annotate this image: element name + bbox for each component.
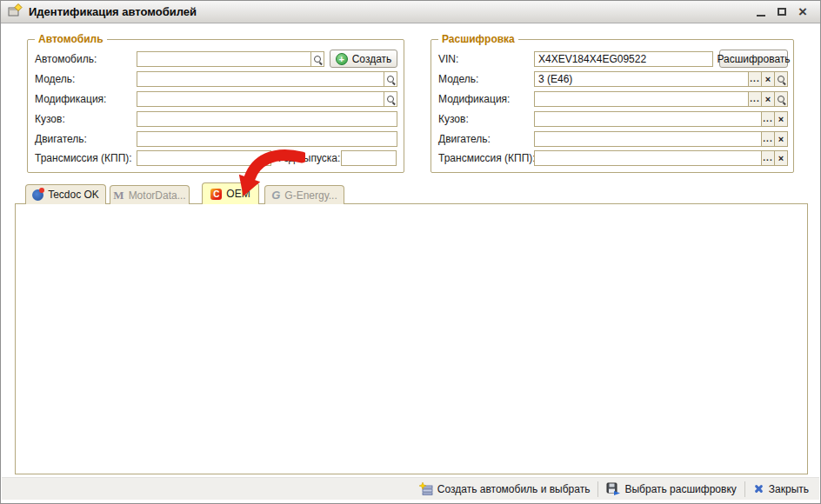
ellipsis-icon: ... [763,116,772,122]
close-dialog-button[interactable]: Закрыть [753,483,809,495]
decode-model-input[interactable] [534,71,749,87]
decode-transmission-clear-button[interactable]: × [774,150,788,166]
decode-modification-ellipsis-button[interactable]: ... [748,91,762,107]
footer-divider [597,481,598,497]
tab-tecdoc[interactable]: Tecdoc OK [25,184,106,204]
decode-model-field: ... × [534,71,788,87]
model-field [137,71,397,87]
search-icon [313,55,323,64]
decode-button-label: Расшифровать [717,53,790,65]
save-select-icon [606,482,620,495]
plus-icon: + [336,53,348,65]
select-decode-button[interactable]: Выбрать расшифровку [606,482,736,495]
modification-label: Модификация: [35,93,106,105]
tab-genergy[interactable]: G G-Energy... [264,185,344,204]
tecdoc-icon [32,189,43,201]
body-field [137,111,397,127]
clear-icon: × [765,95,771,103]
oem-tab-page [15,203,808,474]
close-x-icon [753,483,764,494]
decode-transmission-input[interactable] [534,150,762,166]
decode-modification-clear-button[interactable]: × [761,91,775,107]
decode-modification-label: Модификация: [438,93,510,105]
year-label: Год выпуска: [278,152,340,164]
vin-input[interactable] [534,51,713,67]
transmission-label: Трансмиссия (КПП): [35,152,132,164]
search-icon [386,95,396,104]
minimize-button[interactable] [751,3,771,21]
decode-model-clear-button[interactable]: × [761,71,775,87]
decode-engine-input[interactable] [534,131,762,147]
motordata-icon: M [113,189,123,202]
car-input[interactable] [137,51,311,67]
engine-input[interactable] [137,131,397,147]
transmission-field [137,150,271,166]
clear-icon: × [765,75,771,83]
footer-bar: Создать автомобиль и выбрать Выбрать рас… [2,477,819,500]
decode-body-input[interactable] [534,111,762,127]
tab-motordata[interactable]: M MotorData... [110,185,190,204]
clear-icon: × [778,154,784,162]
close-icon: × [798,5,807,19]
decode-body-clear-button[interactable]: × [774,111,788,127]
clear-icon: × [778,115,784,123]
tab-genergy-label: G-Energy... [284,189,337,202]
car-search-button[interactable] [310,51,324,67]
ellipsis-icon: ... [763,156,772,161]
vin-field [534,51,713,67]
close-button[interactable]: × [792,3,813,21]
tab-oem[interactable]: C OEM [202,182,259,204]
decode-engine-field: ... × [534,131,788,147]
decode-model-label: Модель: [438,73,478,85]
decode-modification-input[interactable] [534,91,749,107]
app-icon [8,3,23,21]
decode-body-ellipsis-button[interactable]: ... [761,111,775,127]
decode-groupbox: Расшифровка VIN: Расшифровать Модель: ..… [431,39,794,173]
decode-engine-clear-button[interactable]: × [774,131,788,147]
ellipsis-icon: ... [763,136,772,142]
engine-label: Двигатель: [35,133,87,145]
footer-divider [744,481,745,497]
decode-model-search-button[interactable] [774,71,788,87]
maximize-icon [778,8,786,16]
vehicle-identification-window: Идентификация автомобилей × Автомобиль А… [0,0,821,504]
window-title: Идентификация автомобилей [29,5,751,18]
tab-oem-label: OEM [226,188,250,200]
decode-modification-search-button[interactable] [774,91,788,107]
maximize-button[interactable] [771,3,792,21]
transmission-input[interactable] [137,150,271,166]
create-button-label: Создать [352,53,392,65]
model-search-button[interactable] [384,71,397,87]
model-input[interactable] [137,71,384,87]
decode-engine-ellipsis-button[interactable]: ... [761,131,775,147]
car-groupbox: Автомобиль Автомобиль: + Создать Модель:… [27,39,404,173]
create-car-icon [419,482,433,495]
body-input[interactable] [137,111,397,127]
car-group-title: Автомобиль [35,33,107,45]
modification-search-button[interactable] [384,91,397,107]
decode-body-label: Кузов: [438,113,469,125]
car-field [137,51,324,67]
decode-body-field: ... × [534,111,788,127]
modification-field [137,91,397,107]
select-decode-label: Выбрать расшифровку [624,483,736,495]
decode-transmission-field: ... × [534,150,788,166]
decode-button[interactable]: Расшифровать [719,50,788,68]
year-input[interactable] [341,150,397,166]
model-label: Модель: [35,73,75,85]
modification-input[interactable] [137,91,384,107]
titlebar[interactable]: Идентификация автомобилей × [1,1,820,23]
clear-icon: × [778,135,784,143]
search-icon [386,75,396,84]
oem-icon: C [210,189,222,200]
decode-model-ellipsis-button[interactable]: ... [748,71,762,87]
create-button[interactable]: + Создать [330,50,397,68]
engine-field [137,131,397,147]
create-car-and-select-button[interactable]: Создать автомобиль и выбрать [419,482,591,495]
decode-transmission-ellipsis-button[interactable]: ... [761,150,775,166]
genergy-icon: G [271,189,280,202]
create-car-and-select-label: Создать автомобиль и выбрать [437,483,591,495]
ellipsis-icon: ... [750,96,759,102]
ellipsis-icon: ... [750,76,759,82]
minimize-icon [757,15,765,17]
